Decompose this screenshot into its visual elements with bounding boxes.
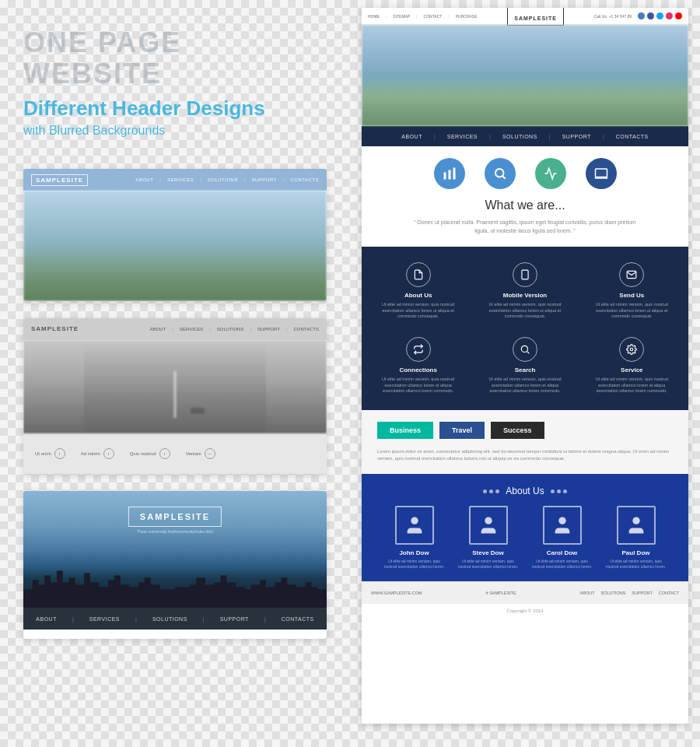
feature-icon-chart [434,158,465,189]
svg-line-10 [527,352,530,354]
nav-link-support-1: SUPPORT [251,177,276,182]
service-icon-search [513,337,537,362]
top-nav-home: HOME [368,14,380,19]
footer-copyright: Copyright © 2014 [362,603,688,617]
footer-label-1: Ut enim [35,451,51,456]
footer-item-1: Ut enim i [35,448,65,459]
mock-nav-links-1: ABOUT | SERVICES | SOLUTIONS | SUPPORT |… [135,177,319,182]
tab-business[interactable]: Business [377,422,433,439]
about-section-title: About Us [506,486,544,496]
main-title: ONE PAGE WEBSITE [23,27,327,89]
svg-rect-5 [595,169,607,177]
blue-nav-support: SUPPORT [562,134,591,139]
nav-link-contacts-3: CONTACTS [282,616,314,622]
nav-link-contacts-1: CONTACTS [290,177,319,182]
nav-link-about-2: ABOUT [150,327,166,331]
service-search: Search Ut elite ad minim version, quis n… [476,333,573,398]
feature-icons-row [377,158,673,189]
team-name-paul: Paul Dow [605,549,667,556]
content-wrapper: ONE PAGE WEBSITE Different Header Design… [0,0,700,747]
mock-card-3: SAMPLESITE There community find/communit… [23,491,327,639]
nav-link-contacts-2: CONTACTS [293,327,319,331]
footer-nav-solutions: SOLUTIONS [601,591,626,595]
mock-footer-gray: Ut enim i Ad minim i Quis nostrud i Veni… [23,433,327,474]
tab-success[interactable]: Success [491,422,544,439]
service-icon-gear [619,337,644,362]
nav-link-about-3: ABOUT [36,616,57,622]
service-icon-doc [406,262,431,287]
svg-rect-7 [522,270,528,279]
header-text-area: ONE PAGE WEBSITE Different Header Design… [23,16,327,153]
social-icon-3 [656,12,663,19]
feature-icon-search [485,158,516,189]
tabs-row: Business Travel Success [377,422,673,439]
about-dot-6 [563,489,567,493]
team-avatar-john [395,506,434,545]
svg-point-3 [495,169,504,177]
what-we-are-title: What we are... [377,198,673,212]
nav-link-support-2: SUPPORT [257,327,280,331]
service-connections: Connections Ut elite ad minim version, q… [369,333,467,398]
about-dots-right [551,489,567,493]
team-row: John Dow Ut elite ad minim veniam, quis … [369,506,681,570]
top-nav-logo-text: SAMPLESITE [514,16,557,21]
mock-hero-city [23,191,327,301]
service-title-5: Search [480,366,569,374]
tab-travel[interactable]: Travel [439,422,485,439]
team-name-john: John Dow [383,549,446,556]
svg-rect-2 [453,168,455,180]
heading-blurred: with Blurred Backgrounds [23,124,327,138]
nav-link-services-1: SERVICES [167,177,194,182]
mock-card-2: SAMPLESITE ABOUT | SERVICES | SOLUTIONS … [23,318,327,474]
service-desc-4: Ut elite ad minim version, quis nostrud … [373,377,463,395]
blue-nav-solutions: SOLUTIONS [502,134,537,139]
mock-hero-skyline: SAMPLESITE There community find/communit… [23,491,327,608]
skyline-buildings [23,561,327,608]
mock-logo-text-3: SAMPLESITE [140,512,210,521]
footer-site-link: WWW.SAMPLESITE.COM [371,591,422,595]
team-avatar-carol [543,506,582,545]
service-title-2: Mobile Version [480,292,569,299]
footer-item-4: Veniam — [186,448,215,459]
full-hero-image [362,25,688,126]
footer-nav-contact: CONTACT [659,591,679,595]
svg-rect-1 [448,170,450,180]
footer-icon-2: i [103,448,114,459]
svg-point-9 [521,345,527,352]
mock-nav-links-2: ABOUT | SERVICES | SOLUTIONS | SUPPORT |… [150,327,319,331]
full-mockup: HOME | SITEMAP | CONTACT | PURCHASE SAMP… [362,8,688,724]
team-name-steve: Steve Dow [457,549,520,556]
full-blue-nav: ABOUT | SERVICES | SOLUTIONS | SUPPORT |… [362,126,688,146]
service-desc-3: Ut elite ad minim version, quis nostrud … [587,302,677,320]
about-dot-2 [489,489,493,493]
blue-nav-about: ABOUT [401,134,422,139]
service-desc-6: Ut elite ad minim version, quis nostrud … [587,377,677,395]
about-dot-4 [551,489,555,493]
about-title-row: About Us [369,486,681,496]
team-desc-paul: Ut elite ad minim veniam, quis nostrud e… [605,559,667,570]
service-title-4: Connections [373,366,463,374]
team-desc-carol: Ut elite ad minim veniam, quis nostrud e… [531,559,593,570]
what-we-are-section: What we are... " Donec ut placerat nulla… [362,146,688,247]
mock-hero-road [23,340,327,433]
tabs-section: Business Travel Success Lorem ipsum dolo… [362,410,688,474]
footer-hash-link: # SAMPLESITE [486,591,516,595]
city-blur-overlay [23,191,327,301]
footer-icon-3: i [159,448,170,459]
footer-item-3: Quis nostrud i [130,448,170,459]
about-dot-3 [495,489,499,493]
service-mobile: Mobile Version Ut elite ad minim version… [476,258,573,324]
social-icon-5 [675,12,682,19]
service-send: Send Us Ut elite ad minim version, quis … [583,258,681,324]
service-desc-5: Ut elite ad minim version, quis nostrud … [480,377,569,395]
service-icon-mail [619,262,644,287]
top-nav-purchase: PURCHASE [456,14,478,19]
team-desc-john: Ut elite ad minim veniam, quis nostrud e… [383,559,446,570]
social-icon-2 [647,12,654,19]
nav-link-solutions-2: SOLUTIONS [217,327,244,331]
team-member-paul: Paul Dow Ut elite ad minim veniam, quis … [605,506,667,570]
svg-rect-0 [443,173,446,180]
footer-nav-support: SUPPORT [632,591,653,595]
heading-sub: Different Header Designs [23,96,327,121]
mock-logo-box: SAMPLESITE [128,507,222,527]
